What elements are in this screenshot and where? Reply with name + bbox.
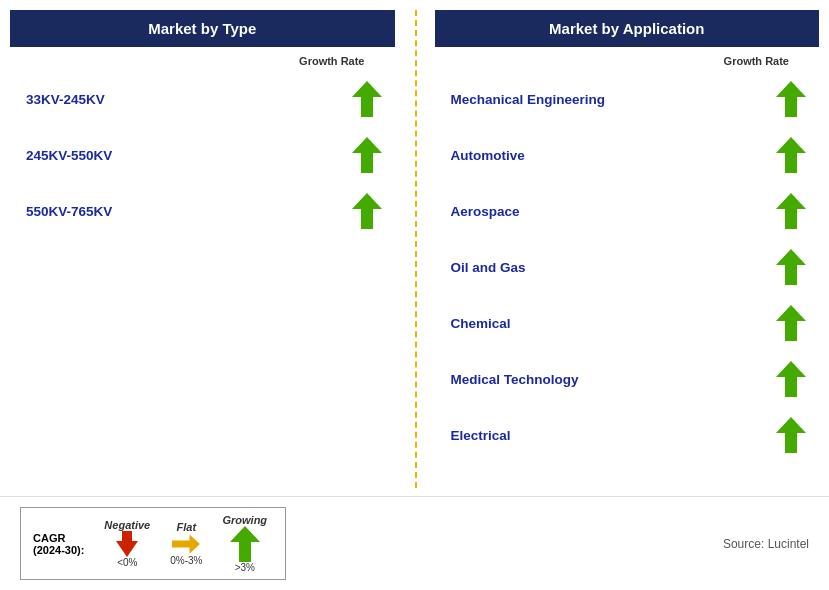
table-row: Oil and Gas [435,239,820,295]
item-label: Oil and Gas [451,260,526,275]
table-row: 550KV-765KV [10,183,395,239]
left-panel-header: Market by Type [10,10,395,47]
svg-marker-12 [230,526,260,562]
svg-marker-2 [352,193,382,229]
green-up-arrow-icon [352,193,382,229]
item-label: Chemical [451,316,511,331]
growing-label: Growing [222,514,267,526]
table-row: Mechanical Engineering [435,71,820,127]
svg-marker-9 [776,417,806,453]
left-items-list: 33KV-245KV 245KV-550KV 550KV-765KV [10,71,395,239]
legend-negative: Negative <0% [104,519,150,568]
svg-marker-8 [776,361,806,397]
item-label: Medical Technology [451,372,579,387]
growing-value: >3% [235,562,255,573]
flat-label: Flat [177,521,197,533]
item-label: 33KV-245KV [26,92,105,107]
red-down-arrow-icon [116,531,138,557]
table-row: Medical Technology [435,351,820,407]
table-row: Chemical [435,295,820,351]
arrow-container [773,249,809,285]
yellow-right-arrow-icon [172,533,200,555]
arrow-container [349,137,385,173]
arrow-container [773,417,809,453]
svg-marker-4 [776,137,806,173]
arrow-container [773,193,809,229]
cagr-label: CAGR [33,532,84,544]
footer: CAGR (2024-30): Negative <0% Flat 0%-3% … [0,496,829,590]
green-up-arrow-icon [776,417,806,453]
right-growth-rate-label: Growth Rate [435,55,820,67]
legend-box: CAGR (2024-30): Negative <0% Flat 0%-3% … [20,507,286,580]
arrow-container [773,305,809,341]
arrow-container [349,81,385,117]
green-up-arrow-icon [776,249,806,285]
svg-marker-3 [776,81,806,117]
svg-marker-1 [352,137,382,173]
legend-flat: Flat 0%-3% [170,521,202,566]
right-panel-header: Market by Application [435,10,820,47]
arrow-container [773,137,809,173]
svg-marker-11 [172,534,200,553]
arrow-container [349,193,385,229]
green-up-arrow-icon [776,193,806,229]
green-up-arrow-icon [776,137,806,173]
svg-marker-6 [776,249,806,285]
cagr-years: (2024-30): [33,544,84,556]
table-row: 33KV-245KV [10,71,395,127]
flat-value: 0%-3% [170,555,202,566]
table-row: Automotive [435,127,820,183]
table-row: Aerospace [435,183,820,239]
item-label: Mechanical Engineering [451,92,606,107]
source-text: Source: Lucintel [723,537,809,551]
table-row: 245KV-550KV [10,127,395,183]
item-label: 245KV-550KV [26,148,112,163]
green-up-arrow-icon [776,81,806,117]
table-row: Electrical [435,407,820,463]
green-up-arrow-icon [776,305,806,341]
svg-marker-0 [352,81,382,117]
right-items-list: Mechanical Engineering Automotive Aerosp… [435,71,820,463]
green-up-arrow-icon [352,81,382,117]
item-label: Automotive [451,148,525,163]
legend-growing: Growing >3% [222,514,267,573]
item-label: 550KV-765KV [26,204,112,219]
svg-marker-7 [776,305,806,341]
svg-marker-5 [776,193,806,229]
green-up-arrow-icon [776,361,806,397]
negative-value: <0% [117,557,137,568]
left-growth-rate-label: Growth Rate [10,55,395,67]
divider [395,10,435,488]
green-up-arrow-legend-icon [230,526,260,562]
item-label: Electrical [451,428,511,443]
green-up-arrow-icon [352,137,382,173]
svg-marker-10 [116,531,138,557]
arrow-container [773,361,809,397]
negative-label: Negative [104,519,150,531]
item-label: Aerospace [451,204,520,219]
arrow-container [773,81,809,117]
